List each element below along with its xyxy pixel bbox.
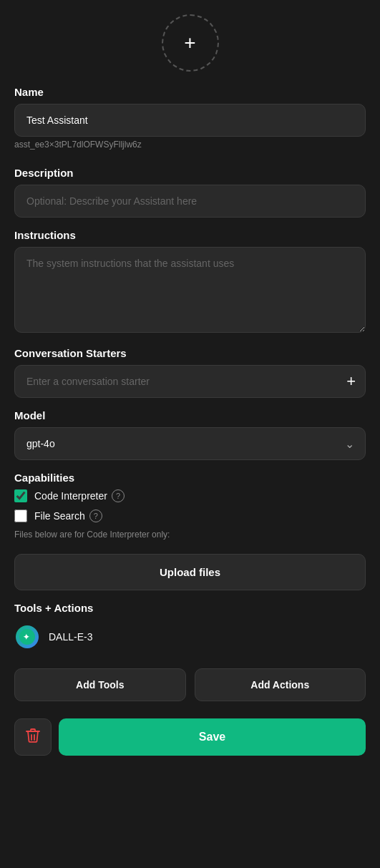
instructions-section: Instructions (14, 229, 366, 336)
model-select-wrapper: gpt-4o gpt-4 gpt-3.5-turbo ⌄ (14, 427, 366, 460)
code-interpreter-checkbox[interactable] (14, 489, 27, 502)
dalle-svg: ✦ (19, 629, 35, 645)
action-buttons-row: Add Tools Add Actions (14, 668, 366, 701)
model-select[interactable]: gpt-4o gpt-4 gpt-3.5-turbo (14, 427, 366, 460)
description-label: Description (14, 167, 366, 179)
tools-actions-label: Tools + Actions (14, 602, 366, 614)
files-note: Files below are for Code Interpreter onl… (14, 530, 366, 540)
name-label: Name (14, 86, 366, 98)
name-input[interactable] (14, 104, 366, 137)
add-starter-button[interactable]: + (346, 374, 356, 389)
dalle-icon: ✦ (16, 625, 39, 648)
bottom-bar: Save (14, 718, 366, 756)
name-section: Name asst_ee3×3tPL7dlOFWSyFlljlw6z (14, 86, 366, 155)
add-avatar-icon: + (184, 33, 195, 53)
delete-button[interactable] (14, 718, 52, 756)
avatar-upload[interactable]: + (162, 14, 219, 72)
trash-icon (26, 728, 40, 747)
model-label: Model (14, 409, 366, 421)
dalle-tool-item: ✦ DALL-E-3 (14, 624, 366, 650)
dalle-icon-wrapper: ✦ (14, 624, 40, 650)
capabilities-label: Capabilities (14, 472, 366, 484)
code-interpreter-label: Code Interpreter ? (34, 489, 125, 502)
conversation-starter-input[interactable] (14, 365, 366, 398)
add-tools-button[interactable]: Add Tools (14, 668, 186, 701)
code-interpreter-item: Code Interpreter ? (14, 489, 366, 502)
conversation-starters-section: Conversation Starters + (14, 347, 366, 398)
tools-actions-section: Tools + Actions ✦ (14, 602, 366, 660)
file-search-label: File Search ? (34, 509, 102, 522)
upload-files-button[interactable]: Upload files (14, 554, 366, 590)
add-actions-button[interactable]: Add Actions (195, 668, 366, 701)
capabilities-section: Capabilities Code Interpreter ? File Sea… (14, 472, 366, 548)
model-section: Model gpt-4o gpt-4 gpt-3.5-turbo ⌄ (14, 409, 366, 460)
file-search-item: File Search ? (14, 509, 366, 522)
code-interpreter-help-icon[interactable]: ? (112, 489, 125, 502)
instructions-label: Instructions (14, 229, 366, 241)
dalle-tool-name: DALL-E-3 (49, 631, 92, 643)
conversation-starters-label: Conversation Starters (14, 347, 366, 359)
save-button[interactable]: Save (59, 718, 366, 756)
assistant-id: asst_ee3×3tPL7dlOFWSyFlljlw6z (14, 140, 366, 150)
instructions-input[interactable] (14, 247, 366, 333)
conversation-starter-wrapper: + (14, 365, 366, 398)
file-search-help-icon[interactable]: ? (89, 509, 102, 522)
description-input[interactable] (14, 185, 366, 218)
svg-text:✦: ✦ (23, 633, 29, 641)
description-section: Description (14, 167, 366, 218)
file-search-checkbox[interactable] (14, 509, 27, 522)
